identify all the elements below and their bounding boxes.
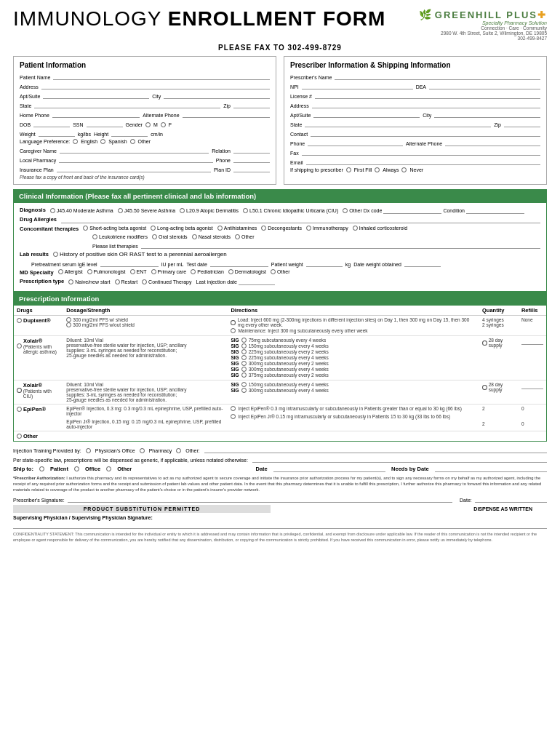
patient-name-field[interactable] (53, 73, 270, 80)
rx-2-radio[interactable] (115, 279, 120, 284)
prescriber-name-field[interactable] (335, 73, 540, 80)
epipen-dir-1-radio[interactable] (231, 406, 236, 411)
lab-radio[interactable] (53, 252, 58, 257)
other-radio[interactable] (17, 434, 22, 439)
ship-other-radio[interactable] (106, 466, 111, 471)
gender-m-radio[interactable] (145, 122, 151, 127)
xolair-a-sig-5-radio[interactable] (241, 361, 247, 366)
xolair-a-sig-6-radio[interactable] (241, 367, 247, 372)
ship-office-radio[interactable] (74, 466, 79, 471)
xolair-asthma-qty-radio[interactable] (482, 340, 487, 346)
phys-office-radio[interactable] (86, 448, 91, 453)
xolair-a-sig-4-radio[interactable] (241, 355, 247, 360)
xolair-c-sig-2-radio[interactable] (241, 388, 247, 393)
gender-f-radio[interactable] (161, 122, 166, 127)
epipen-radio[interactable] (17, 407, 22, 412)
pretreatment-field[interactable] (100, 260, 159, 267)
conc-9-radio[interactable] (192, 234, 197, 239)
xolair-ciu-qty-radio[interactable] (482, 385, 487, 390)
md-1-radio[interactable] (58, 269, 63, 274)
dupixent-radio[interactable] (17, 318, 22, 323)
alt-phone-field[interactable] (183, 111, 270, 118)
npi-field[interactable] (302, 82, 413, 89)
xolair-a-sig-7-radio[interactable] (241, 372, 247, 378)
ship-patient-radio[interactable] (39, 466, 44, 471)
local-pharmacy-field[interactable] (59, 156, 213, 163)
dupixent-dir-1-radio[interactable] (231, 320, 235, 325)
md-2-radio[interactable] (87, 269, 92, 274)
xolair-a-sig-2-radio[interactable] (241, 343, 247, 348)
conc-1-radio[interactable] (83, 226, 88, 231)
dupixent-dose-1-radio[interactable] (66, 317, 71, 322)
zip-field[interactable] (233, 101, 270, 108)
license-field[interactable] (315, 92, 540, 99)
other-training-field[interactable] (204, 446, 547, 453)
never-radio[interactable] (401, 167, 407, 172)
conc-6-radio[interactable] (353, 226, 358, 231)
diag-4-radio[interactable] (243, 208, 248, 213)
other-dx-field[interactable] (383, 207, 441, 214)
presc-city-field[interactable] (434, 111, 540, 118)
last-injection-field[interactable] (239, 278, 275, 285)
caregiver-field[interactable] (60, 146, 209, 154)
conc-7-radio[interactable] (92, 234, 97, 239)
contact-field[interactable] (311, 130, 540, 137)
pharmacy-radio[interactable] (140, 448, 145, 453)
md-7-radio[interactable] (271, 269, 276, 274)
xolair-asthma-radio[interactable] (17, 343, 22, 348)
rx-1-radio[interactable] (68, 279, 73, 284)
md-5-radio[interactable] (191, 269, 196, 274)
xolair-a-sig-3-radio[interactable] (241, 349, 247, 354)
lang-other-radio[interactable] (130, 139, 135, 144)
xolair-c-sig-1-radio[interactable] (241, 382, 247, 387)
xolair-asthma-refills-field[interactable] (521, 338, 543, 345)
conc-10-radio[interactable] (235, 234, 240, 239)
dea-field[interactable] (429, 82, 540, 89)
test-date-field[interactable] (210, 260, 268, 267)
epipen-dir-2-radio[interactable] (231, 414, 236, 419)
insurance-field[interactable] (57, 165, 211, 172)
md-3-radio[interactable] (130, 269, 135, 274)
home-phone-field[interactable] (52, 111, 140, 118)
plan-id-field[interactable] (233, 165, 270, 172)
md-4-radio[interactable] (151, 269, 156, 274)
weight-field[interactable] (39, 130, 75, 137)
first-fill-radio[interactable] (346, 167, 351, 172)
xolair-a-sig-1-radio[interactable] (241, 338, 247, 343)
diag-1-radio[interactable] (50, 208, 55, 213)
city-field[interactable] (164, 92, 270, 99)
please-list-field[interactable] (141, 242, 540, 249)
conc-2-radio[interactable] (151, 226, 156, 231)
dupixent-dir-2-radio[interactable] (231, 328, 236, 333)
presc-address-field[interactable] (312, 101, 540, 108)
conc-8-radio[interactable] (152, 234, 157, 239)
presc-apt-field[interactable] (313, 111, 420, 118)
address-field[interactable] (41, 82, 270, 89)
height-field[interactable] (111, 130, 148, 137)
date-weight-field[interactable] (404, 260, 441, 267)
patient-weight-field[interactable] (306, 260, 343, 267)
xolair-ciu-radio[interactable] (17, 388, 22, 393)
ssn-field[interactable] (87, 120, 123, 127)
lang-english-radio[interactable] (73, 139, 78, 144)
supervising-sig-line[interactable] (13, 522, 547, 529)
prescriber-sig-line[interactable] (68, 495, 452, 503)
date-field[interactable] (273, 465, 385, 472)
diag-2-radio[interactable] (118, 208, 123, 213)
presc-alt-phone-field[interactable] (445, 139, 540, 146)
relation-field[interactable] (233, 146, 270, 154)
rx-3-radio[interactable] (142, 279, 147, 284)
diag-5-radio[interactable] (343, 208, 348, 213)
per-state-field[interactable] (252, 455, 547, 463)
drug-allergies-field[interactable] (61, 216, 540, 223)
conc-3-radio[interactable] (217, 226, 223, 231)
lang-spanish-radio[interactable] (100, 139, 105, 144)
md-6-radio[interactable] (228, 269, 233, 274)
diag-3-radio[interactable] (180, 208, 185, 213)
presc-state-field[interactable] (305, 120, 491, 127)
apt-field[interactable] (43, 92, 149, 99)
needs-by-field[interactable] (435, 465, 547, 472)
fax-field[interactable] (302, 148, 540, 156)
email-field[interactable] (306, 158, 540, 165)
conc-5-radio[interactable] (306, 226, 311, 231)
